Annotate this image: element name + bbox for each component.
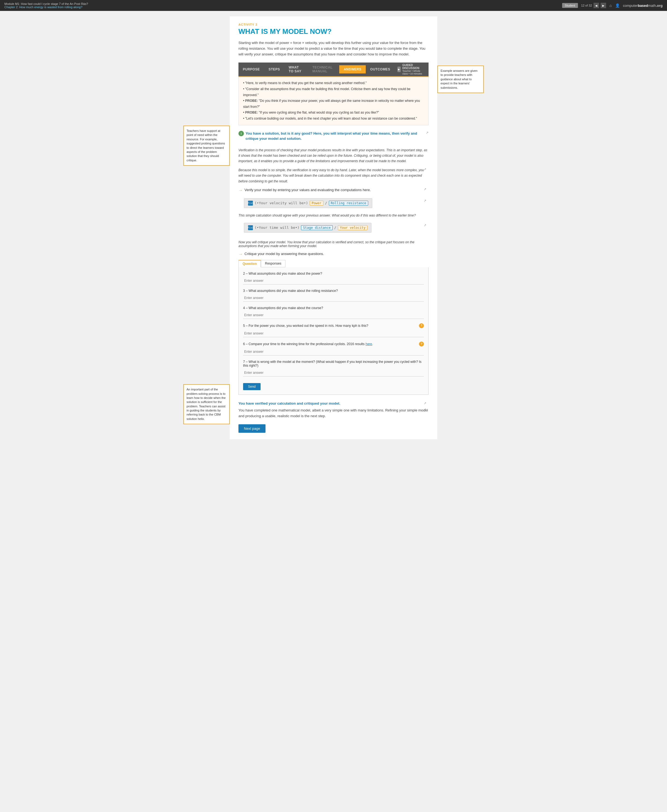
body-text-2-container: Because this model is so simple, the ver… [239, 167, 428, 184]
left-annotation-1: Teachers have support at point of need w… [183, 126, 230, 166]
tag-your-velocity: Your velocity [338, 225, 367, 230]
final-text: You have completed one mathematical mode… [239, 408, 428, 419]
expand-icon-1[interactable]: ↗ [426, 131, 428, 134]
q6-input[interactable] [243, 348, 424, 355]
section-marker: i [239, 131, 244, 136]
right-annotation-box: Example answers are given to provide tea… [437, 66, 484, 93]
guided-disc-icon: ▶ [397, 66, 401, 72]
critique-intro: Now you will critique your model. You kn… [239, 240, 428, 248]
verified-text: You have verified your calculation and c… [239, 401, 428, 406]
verified-section: You have verified your calculation and c… [239, 401, 428, 406]
module-title: Module M1: How fast could I cycle stage … [4, 2, 88, 5]
expand-icon-6[interactable]: ↗ [424, 401, 426, 405]
q4-label: 4 – What assumptions did you make about … [243, 306, 323, 310]
critique-form: 2 – What assumptions did you make about … [239, 267, 428, 395]
answer-item-1: "Here, to verify means to check that you… [243, 80, 424, 86]
tag-stage-distance: Stage distance [301, 225, 332, 230]
formula-1[interactable]: f(x) (•Your velocity will be•) Power / R… [244, 198, 372, 208]
q3-label: 3 – What assumptions did you make about … [243, 289, 338, 293]
instruction-1: → Verify your model by entering your val… [239, 188, 428, 193]
q7-input[interactable] [243, 369, 424, 376]
intro-text: Starting with the model of power = force… [239, 40, 428, 57]
formula-note: This simple calculation should agree wit… [239, 214, 428, 217]
answer-item-2: "Consider all the assumptions that you m… [243, 86, 424, 98]
q-tabs: Question Responses [239, 260, 428, 267]
question-2: 2 – What assumptions did you make about … [243, 272, 424, 285]
critique-instruction: → Critique your model by answering these… [239, 252, 428, 257]
expand-icon-5[interactable]: ↗ [424, 223, 426, 227]
body-text-2: Because this model is so simple, the ver… [239, 167, 428, 184]
tab-answers[interactable]: ANSWERS [339, 65, 366, 73]
q-tab-question[interactable]: Question [239, 260, 261, 267]
q6-info-icon[interactable]: ? [419, 341, 424, 346]
formula-2[interactable]: f(x) (•Your time will be•) Stage distanc… [244, 223, 372, 233]
chapter-title: Chapter 2: How much energy is wasted fro… [4, 5, 88, 9]
page-title: WHAT IS MY MODEL NOW? [239, 27, 428, 36]
nav-right: Student 12 of 32 ◀ ▶ ⌂ 👤 computerbasedma… [562, 3, 663, 8]
q2-label: 2 – What assumptions did you make about … [243, 272, 322, 275]
final-text-container: You have completed one mathematical mode… [239, 408, 428, 419]
body-text-1: Verification is the process of checking … [239, 147, 428, 164]
tab-steps[interactable]: STEPS [264, 65, 284, 73]
question-4: 4 – What assumptions did you make about … [243, 306, 424, 319]
next-page-button[interactable]: Next page [239, 424, 265, 433]
question-6: 6 – Compare your time to the winning tim… [243, 341, 424, 355]
tab-purpose[interactable]: PURPOSE [239, 65, 264, 73]
tabs-bar: PURPOSE STEPS WHAT TO SAY TECHNICAL MANU… [239, 63, 428, 77]
section-i-header: i You have a solution, but is it any goo… [239, 131, 428, 145]
right-annotation: Example answers are given to provide tea… [437, 17, 484, 439]
body-text-1-container: Verification is the process of checking … [239, 147, 428, 164]
activity-label: ACTIVITY 3 [239, 23, 428, 26]
tag-rolling-resistance: Rolling resistance [329, 201, 368, 205]
page-outer: Teachers have support at point of need w… [183, 11, 484, 445]
q5-input[interactable] [243, 330, 424, 337]
student-button[interactable]: Student [562, 3, 578, 8]
q6-label: 6 – Compare your time to the winning tim… [243, 342, 373, 346]
left-annotations: Teachers have support at point of need w… [183, 17, 230, 439]
question-7: 7 – What is wrong with the model at the … [243, 360, 424, 376]
answer-item-4: PROBE: "If you were cycling along the fl… [243, 110, 424, 116]
q5-label: 5 – For the power you chose, you worked … [243, 324, 368, 328]
q7-label: 7 – What is wrong with the model at the … [243, 360, 424, 368]
cbm-logo: computerbasedmath.org [623, 3, 663, 8]
tag-power: Power [310, 201, 324, 205]
guided-discussion: ▶ GUIDED DISCUSSION Teacher • Whole clas… [395, 63, 428, 76]
expand-icon-4[interactable]: ↗ [424, 199, 426, 202]
arrow-1: → [239, 188, 243, 193]
question-5: 5 – For the power you chose, you worked … [243, 323, 424, 337]
tab-outcomes[interactable]: OUTCOMES [366, 65, 395, 73]
here-link[interactable]: here [365, 342, 372, 346]
q5-info-icon[interactable]: ? [419, 323, 424, 328]
q3-input[interactable] [243, 294, 424, 302]
main-content: ACTIVITY 3 WHAT IS MY MODEL NOW? Startin… [230, 17, 437, 439]
guided-disc-details: Teacher • Whole class • 10 minutes [402, 70, 426, 75]
home-icon[interactable]: ⌂ [609, 3, 612, 8]
q2-input[interactable] [243, 277, 424, 285]
tab-what-to-say[interactable]: WHAT TO SAY [284, 63, 308, 75]
answer-item-3: PROBE: "Do you think if you increase you… [243, 98, 424, 110]
expand-icon-7[interactable]: ↗ [424, 408, 426, 411]
nav-breadcrumb: Module M1: How fast could I cycle stage … [4, 2, 88, 9]
formula-icon-2: f(x) [248, 225, 253, 230]
q-tab-responses[interactable]: Responses [261, 260, 285, 267]
top-nav: Module M1: How fast could I cycle stage … [0, 0, 667, 11]
expand-icon-3[interactable]: ↗ [424, 187, 426, 191]
answers-panel: "Here, to verify means to check that you… [239, 77, 428, 125]
formula-icon-1: f(x) [248, 201, 253, 205]
prev-page-button[interactable]: ◀ [594, 3, 599, 8]
formula-1-container: f(x) (•Your velocity will be•) Power / R… [239, 196, 428, 212]
next-page-button[interactable]: ▶ [601, 3, 606, 8]
tab-technical-manual: TECHNICAL MANUAL [308, 63, 340, 75]
section-highlight: You have a solution, but is it any good?… [246, 131, 424, 141]
answer-item-5: "Let's continue building our models, and… [243, 116, 424, 122]
arrow-2: → [239, 252, 243, 257]
q4-input[interactable] [243, 312, 424, 319]
formula-2-container: f(x) (•Your time will be•) Stage distanc… [239, 220, 428, 237]
user-icon[interactable]: 👤 [615, 3, 620, 8]
answers-list: "Here, to verify means to check that you… [243, 80, 424, 121]
question-3: 3 – What assumptions did you make about … [243, 289, 424, 302]
guided-disc-label: GUIDED DISCUSSION [402, 64, 426, 70]
page-counter: 12 of 32 ◀ ▶ [581, 3, 606, 8]
left-annotation-2: An important part of the problem-solving… [183, 384, 230, 424]
send-button[interactable]: Send [243, 383, 260, 390]
